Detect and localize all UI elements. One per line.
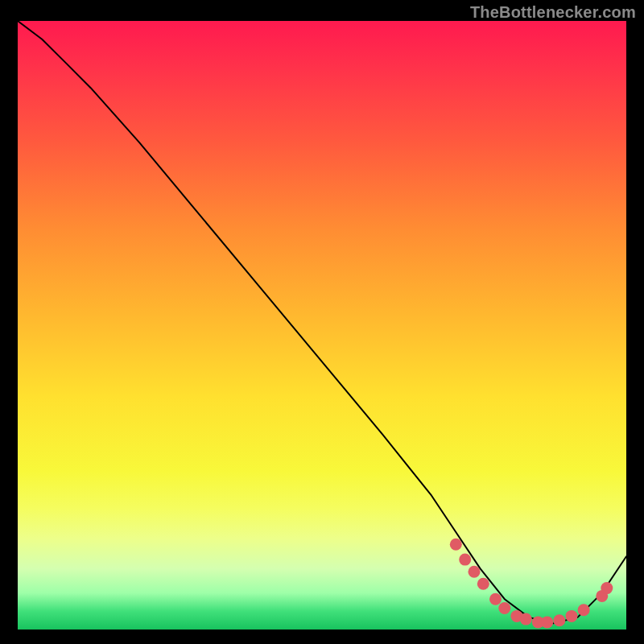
cluster-point [469, 566, 481, 578]
cluster-point [520, 613, 532, 625]
source-attribution: TheBottlenecker.com [470, 3, 636, 22]
cluster-point [601, 582, 613, 594]
cluster-point [566, 610, 578, 622]
cluster-points-group [450, 539, 613, 629]
cluster-point [541, 616, 553, 628]
chart-overlay [18, 21, 626, 630]
cluster-point [578, 604, 590, 616]
cluster-point [459, 554, 471, 566]
cluster-point [450, 539, 462, 551]
cluster-point [477, 578, 489, 590]
plot-area [18, 21, 626, 630]
chart-container: TheBottlenecker.com [0, 0, 644, 644]
cluster-point [553, 614, 565, 626]
cluster-point [489, 593, 502, 605]
bottleneck-curve [18, 21, 626, 623]
cluster-point [498, 602, 510, 614]
